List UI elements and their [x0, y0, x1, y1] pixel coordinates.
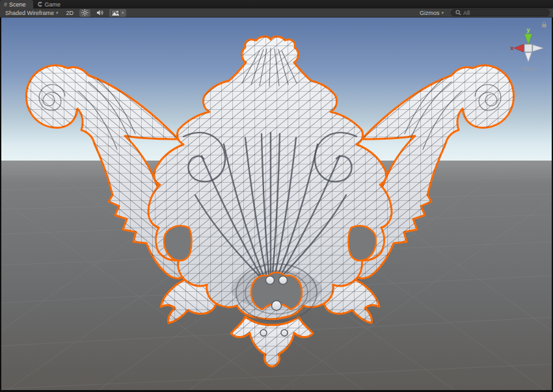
gizmo-center-cube[interactable] [524, 44, 532, 52]
scene-grid-icon: # [4, 1, 7, 8]
scroll-curl [272, 301, 282, 311]
orientation-gizmo: y x ‹Persp [505, 21, 552, 86]
draw-mode-label: Shaded Wireframe [5, 10, 54, 16]
effects-dropdown[interactable]: ▾ [109, 9, 126, 17]
tab-bar: # Scene Game [0, 0, 553, 8]
scroll-curl [266, 276, 275, 285]
axis-gizmo: y x [507, 26, 549, 65]
search-icon [455, 10, 461, 16]
scroll-curl [260, 330, 267, 336]
draw-mode-dropdown[interactable]: Shaded Wireframe ▾ [3, 9, 61, 17]
tab-game-label: Game [45, 1, 61, 8]
persp-label: Persp [522, 66, 538, 72]
down-axis-cone[interactable] [525, 53, 532, 62]
unity-scene-view-window: # Scene Game Shaded Wireframe ▾ 2D [0, 0, 553, 392]
sun-icon [81, 9, 88, 16]
audio-speaker-icon [96, 9, 103, 16]
scroll-curl [281, 330, 288, 336]
gizmos-dropdown[interactable]: Gizmos ▾ [418, 9, 446, 17]
x-axis-cone[interactable] [514, 44, 524, 52]
scene-toolbar: Shaded Wireframe ▾ 2D [0, 8, 553, 18]
game-icon [37, 1, 43, 7]
openwork-hole-left [164, 226, 191, 261]
image-effects-icon [111, 10, 120, 16]
gizmos-label: Gizmos [420, 10, 440, 16]
tab-game[interactable]: Game [33, 0, 68, 8]
toggle-2d-button[interactable]: 2D [64, 9, 76, 17]
scene-viewport[interactable]: y x ‹Persp [1, 18, 552, 390]
persp-arrow-icon: ‹ [519, 64, 521, 72]
scroll-curl [279, 276, 288, 285]
chevron-down-icon: ▾ [441, 10, 444, 15]
y-axis-cone[interactable] [524, 34, 532, 44]
chevron-down-icon: ▾ [56, 10, 59, 15]
search-input[interactable] [463, 10, 545, 16]
scene-search-field[interactable] [451, 9, 550, 16]
projection-toggle[interactable]: ‹Persp [505, 64, 552, 72]
y-axis-label: y [526, 27, 530, 33]
openwork-hole-right [349, 226, 376, 261]
tab-scene-label: Scene [9, 1, 26, 8]
lighting-toggle-button[interactable] [79, 9, 90, 17]
audio-toggle-button[interactable] [94, 9, 105, 17]
scene-canvas[interactable] [1, 18, 552, 390]
z-axis-cone[interactable] [533, 45, 543, 51]
toolbar-right-group: Gizmos ▾ [418, 9, 550, 17]
tab-scene[interactable]: # Scene [0, 0, 33, 8]
toggle-2d-label: 2D [66, 10, 74, 16]
x-axis-label: x [510, 45, 513, 51]
chevron-down-icon[interactable]: ▾ [122, 10, 124, 15]
